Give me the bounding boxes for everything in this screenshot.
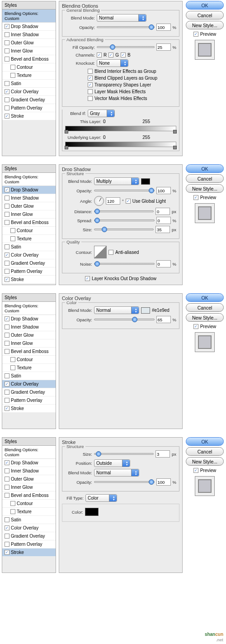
style-item-drop-shadow[interactable]: Drop Shadow [2,315,56,323]
opacity-slider[interactable] [94,319,155,320]
ok-button[interactable]: OK [186,437,224,446]
style-item-texture[interactable]: Texture [2,235,56,243]
style-item-outer-glow[interactable]: Outer Glow [2,202,56,210]
checkbox-icon[interactable] [5,542,9,547]
spread-slider[interactable] [94,219,155,221]
checkbox-icon[interactable] [5,477,9,482]
style-item-inner-shadow[interactable]: Inner Shadow [2,31,56,39]
underlying-gradient[interactable] [65,142,176,147]
opacity-slider[interactable] [97,26,155,28]
checkbox-icon[interactable] [5,269,9,274]
checkbox-icon[interactable] [5,493,9,498]
checkbox-icon[interactable] [5,187,9,192]
style-item-stroke[interactable]: Stroke [2,276,56,284]
checkbox-icon[interactable] [5,89,9,94]
layer-knocks-out-checkbox[interactable] [85,276,90,281]
size-slider[interactable] [94,229,154,230]
preview-checkbox[interactable] [193,324,198,329]
style-item-color-overlay[interactable]: Color Overlay [2,380,56,388]
style-item-color-overlay[interactable]: Color Overlay [2,88,56,96]
checkbox-icon[interactable] [5,333,9,338]
knockout-select[interactable]: None▴▾ [97,59,128,67]
style-item-inner-shadow[interactable]: Inner Shadow [2,194,56,202]
checkbox-icon[interactable] [5,261,9,266]
style-item-pattern-overlay[interactable]: Pattern Overlay [2,267,56,276]
contour-picker[interactable] [94,246,107,258]
cancel-button[interactable]: Cancel [186,303,224,312]
checkbox-icon[interactable] [5,525,9,530]
checkbox-icon[interactable] [5,390,9,395]
angle-input[interactable]: 120 [106,197,120,205]
opacity-input[interactable]: 65 [156,316,171,323]
checkbox-icon[interactable] [10,365,15,370]
style-item-satin[interactable]: Satin [2,516,56,524]
checkbox-icon[interactable] [5,534,9,539]
style-item-contour[interactable]: Contour [2,356,56,364]
checkbox-icon[interactable] [5,324,9,329]
style-item-satin[interactable]: Satin [2,80,56,88]
style-item-inner-glow[interactable]: Inner Glow [2,210,56,219]
checkbox-icon[interactable] [10,357,15,362]
fill-type-select[interactable]: Color▴▾ [85,494,117,502]
style-item-stroke[interactable]: Stroke [2,112,56,120]
checkbox-icon[interactable] [5,204,9,209]
checkbox-icon[interactable] [5,468,9,473]
use-global-light-checkbox[interactable] [126,199,131,204]
adv-opt-checkbox[interactable] [88,69,93,74]
new-style-button[interactable]: New Style... [186,313,224,322]
style-item-color-overlay[interactable]: Color Overlay [2,524,56,532]
blending-options-row[interactable]: Blending Options: Custom [2,173,56,186]
opacity-input[interactable]: 100 [156,24,171,31]
blending-options-row[interactable]: Blending Options: Custom [2,446,56,459]
style-item-outer-glow[interactable]: Outer Glow [2,331,56,339]
style-item-pattern-overlay[interactable]: Pattern Overlay [2,540,56,549]
spread-input[interactable]: 0 [156,217,171,224]
distance-slider[interactable] [94,210,154,212]
ok-button[interactable]: OK [186,1,224,10]
style-item-contour[interactable]: Contour [2,227,56,235]
checkbox-icon[interactable] [10,73,15,78]
checkbox-icon[interactable] [5,253,9,258]
style-item-gradient-overlay[interactable]: Gradient Overlay [2,259,56,267]
blend-mode-select[interactable]: Normal▴▾ [94,306,139,314]
preview-checkbox[interactable] [193,195,198,200]
style-item-inner-glow[interactable]: Inner Glow [2,483,56,491]
ok-button[interactable]: OK [186,164,224,173]
style-item-gradient-overlay[interactable]: Gradient Overlay [2,532,56,540]
fill-opacity-slider[interactable] [97,46,155,48]
style-item-bevel-and-emboss[interactable]: Bevel and Emboss [2,491,56,500]
style-item-texture[interactable]: Texture [2,72,56,80]
stroke-color-swatch[interactable] [85,508,99,516]
checkbox-icon[interactable] [10,236,15,241]
cancel-button[interactable]: Cancel [186,11,224,19]
cancel-button[interactable]: Cancel [186,174,224,183]
checkbox-icon[interactable] [5,24,9,29]
checkbox-icon[interactable] [5,114,9,119]
checkbox-icon[interactable] [10,228,15,233]
style-item-inner-shadow[interactable]: Inner Shadow [2,467,56,475]
channel-g-checkbox[interactable] [108,52,113,57]
size-slider[interactable] [94,453,154,455]
checkbox-icon[interactable] [5,460,9,465]
noise-input[interactable]: 0 [156,260,171,267]
style-item-drop-shadow[interactable]: Drop Shadow [2,459,56,467]
style-item-pattern-overlay[interactable]: Pattern Overlay [2,396,56,405]
angle-dial[interactable] [94,196,104,206]
style-item-stroke[interactable]: Stroke [2,405,56,413]
ok-button[interactable]: OK [186,293,224,302]
new-style-button[interactable]: New Style... [186,184,224,193]
checkbox-icon[interactable] [5,341,9,346]
opacity-slider[interactable] [94,481,155,483]
fill-opacity-input[interactable]: 25 [156,43,171,51]
checkbox-icon[interactable] [5,57,9,62]
position-select[interactable]: Outside▴▾ [94,459,130,467]
style-item-bevel-and-emboss[interactable]: Bevel and Emboss [2,348,56,356]
style-item-bevel-and-emboss[interactable]: Bevel and Emboss [2,55,56,63]
style-item-satin[interactable]: Satin [2,372,56,380]
checkbox-icon[interactable] [5,550,9,555]
checkbox-icon[interactable] [5,40,9,45]
style-item-drop-shadow[interactable]: Drop Shadow [2,23,56,31]
blend-mode-select[interactable]: Normal▴▾ [94,469,139,477]
checkbox-icon[interactable] [5,48,9,53]
style-item-outer-glow[interactable]: Outer Glow [2,39,56,47]
